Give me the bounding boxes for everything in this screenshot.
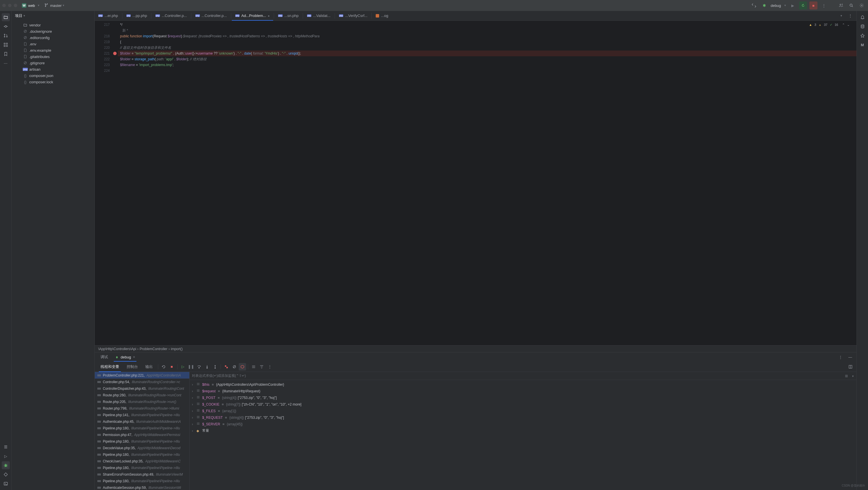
stack-frame[interactable]: ShareErrorsFromSession.php:49, Illuminat… <box>95 471 189 478</box>
editor-tab[interactable]: php...er.php <box>95 11 122 21</box>
stack-frame[interactable]: ControllerDispatcher.php:43, Illuminate\… <box>95 385 189 392</box>
chevron-down-icon[interactable]: ▼ <box>784 4 786 7</box>
more-tools-icon[interactable]: ⋯ <box>2 59 10 67</box>
breadcrumb-namespace[interactable]: \App\Http\Controllers\Api <box>98 347 136 351</box>
breadcrumb[interactable]: \App\Http\Controllers\Api › ProblemContr… <box>95 345 857 352</box>
debug-restart-icon[interactable] <box>799 1 807 9</box>
chevron-right-icon[interactable]: › <box>192 429 195 433</box>
line-number[interactable]: 220 <box>95 45 110 51</box>
line-number[interactable]: 223 <box>95 62 110 68</box>
output-tab[interactable]: 输出 <box>142 362 156 372</box>
step-out-icon[interactable] <box>211 363 219 370</box>
project-name[interactable]: web <box>28 3 35 8</box>
editor-tab[interactable]: php...Validat... <box>304 11 334 21</box>
tree-item[interactable]: .gitignore <box>11 60 94 66</box>
terminal-tool-icon[interactable] <box>2 480 10 488</box>
tree-item[interactable]: {}composer.json <box>11 72 94 79</box>
pull-requests-icon[interactable] <box>2 32 10 40</box>
more-icon[interactable]: ⋮ <box>820 1 828 9</box>
line-number[interactable]: 218 <box>95 33 110 39</box>
code-line[interactable]: $folder = storage_path( path: 'app/' . $… <box>118 56 857 62</box>
add-watch-icon[interactable]: ⊞ <box>845 374 848 378</box>
bug-icon[interactable] <box>760 1 768 9</box>
filter-icon[interactable] <box>258 363 266 370</box>
step-over-icon[interactable] <box>195 363 203 370</box>
variable-item[interactable]: ›$request={Illuminate\Http\Request} <box>190 388 857 394</box>
line-number[interactable]: 221 <box>95 51 110 56</box>
close-window-icon[interactable] <box>2 4 6 7</box>
more-icon[interactable]: ⋮ <box>836 353 844 361</box>
line-number[interactable] <box>95 28 110 33</box>
chevron-right-icon[interactable]: › <box>192 382 195 387</box>
code-line[interactable]: // 题目文件临时存放目录和文件名 <box>118 45 857 51</box>
tree-item[interactable]: .env.example <box>11 47 94 54</box>
run-tool-icon[interactable]: ▷ <box>2 452 10 460</box>
step-into-icon[interactable] <box>204 363 211 370</box>
m-tool-icon[interactable]: M <box>859 41 867 49</box>
chevron-right-icon[interactable]: › <box>192 416 195 420</box>
stack-frame[interactable]: Pipeline.php:180, Illuminate\Pipeline\Pi… <box>95 451 189 458</box>
rerun-icon[interactable] <box>160 363 167 370</box>
minimize-icon[interactable]: — <box>846 353 854 361</box>
console-tab[interactable]: 控制台 <box>123 362 141 372</box>
more-icon[interactable]: ⋮ <box>266 363 273 370</box>
maximize-window-icon[interactable] <box>14 4 17 7</box>
chevron-down-icon[interactable]: ⌄ <box>847 23 849 27</box>
database-icon[interactable] <box>859 22 867 30</box>
stack-frame[interactable]: Pipeline.php:180, Illuminate\Pipeline\Pi… <box>95 425 189 431</box>
services-tool-icon[interactable] <box>2 470 10 479</box>
editor-tab[interactable]: php...pp.php <box>123 11 151 21</box>
variable-item[interactable]: ›$_SERVER={array[45]} <box>190 421 857 427</box>
inspection-widgets[interactable]: ▲3 ▲37 ✓16 ⌃ ⌄ <box>809 23 849 27</box>
layout-icon[interactable] <box>847 363 854 370</box>
editor-tab[interactable]: phpAd...Problem...● <box>232 11 273 21</box>
editor-tab[interactable]: ...og <box>372 11 392 21</box>
tabs-more-icon[interactable]: ⋮ <box>846 12 854 20</box>
tree-item[interactable]: vendor <box>11 22 94 28</box>
settings-gear-icon[interactable] <box>858 1 866 9</box>
code-line[interactable]: { <box>118 39 857 45</box>
evaluate-icon[interactable] <box>239 363 246 370</box>
todo-tool-icon[interactable] <box>2 443 10 451</box>
editor-tab[interactable]: php...VerifyCsrf... <box>336 11 371 21</box>
stack-frame[interactable]: Authenticate.php:45, Illuminate\Auth\Mid… <box>95 418 189 425</box>
code-line[interactable]: $filename = 'import_problems.tmp'; <box>118 62 857 68</box>
stop-icon[interactable]: ■ <box>168 363 176 370</box>
variables-tree[interactable]: ›$this={App\Http\Controllers\Api\Problem… <box>190 380 857 490</box>
stack-frame[interactable]: AuthenticateSession.php:59, Illuminate\S… <box>95 484 189 490</box>
chevron-right-icon[interactable]: › <box>192 409 195 413</box>
stack-frame[interactable]: Controller.php:54, Illuminate\Routing\Co… <box>95 378 189 385</box>
stack-frame[interactable]: CheckUserLocked.php:35, App\Http\Middlew… <box>95 458 189 464</box>
tree-item[interactable]: phpartisan <box>11 66 94 72</box>
threads-vars-tab[interactable]: 线程和变量 <box>97 362 123 372</box>
line-number[interactable]: 222 <box>95 56 110 62</box>
watch-input[interactable]: 对表达式求值(↵)或添加监视(⌃⇧↵) ⊞ ▼ <box>190 372 857 380</box>
chevron-down-icon[interactable]: ▼ <box>62 4 65 7</box>
users-icon[interactable] <box>837 1 845 9</box>
breadcrumb-method[interactable]: import() <box>171 347 183 351</box>
stack-frame[interactable]: DecodeValue.php:35, App\Http\Middleware\… <box>95 445 189 451</box>
chevron-up-icon[interactable]: ⌃ <box>842 23 845 27</box>
view-breakpoints-icon[interactable] <box>223 363 230 370</box>
tree-item[interactable]: {}composer.lock <box>11 79 94 85</box>
stack-frame[interactable]: Router.php:798, Illuminate\Routing\Route… <box>95 405 189 411</box>
project-panel-header[interactable]: 项目 ▼ <box>11 11 94 21</box>
chevron-right-icon[interactable]: › <box>192 389 195 393</box>
mute-breakpoints-icon[interactable] <box>230 363 238 370</box>
breadcrumb-class[interactable]: ProblemController <box>140 347 167 351</box>
variable-item[interactable]: ›$_POST={string[4]} ["2753.zip", "0", "3… <box>190 394 857 401</box>
code-line[interactable] <box>118 68 857 73</box>
chevron-down-icon[interactable]: ▼ <box>23 14 26 17</box>
bookmarks-tool-icon[interactable] <box>2 50 10 58</box>
debug-title-tab[interactable]: 调试 <box>97 353 112 362</box>
stop-icon[interactable]: ■ <box>809 1 817 9</box>
breakpoint-icon[interactable] <box>113 52 117 55</box>
stack-frame[interactable]: ProblemController.php:221, App\Http\Cont… <box>95 372 189 378</box>
variable-item[interactable]: ›$_FILES={array[1]} <box>190 407 857 414</box>
editor-tab[interactable]: php...sn.php <box>275 11 302 21</box>
code-line[interactable]: public function import(Request $request)… <box>118 33 857 39</box>
code-with-me-icon[interactable] <box>750 1 758 9</box>
variable-item[interactable]: ›$_COOKIE={string[7]} ["zh-CN", "10", "1… <box>190 401 857 407</box>
close-icon[interactable]: ✕ <box>133 355 135 359</box>
minimize-window-icon[interactable] <box>8 4 11 7</box>
